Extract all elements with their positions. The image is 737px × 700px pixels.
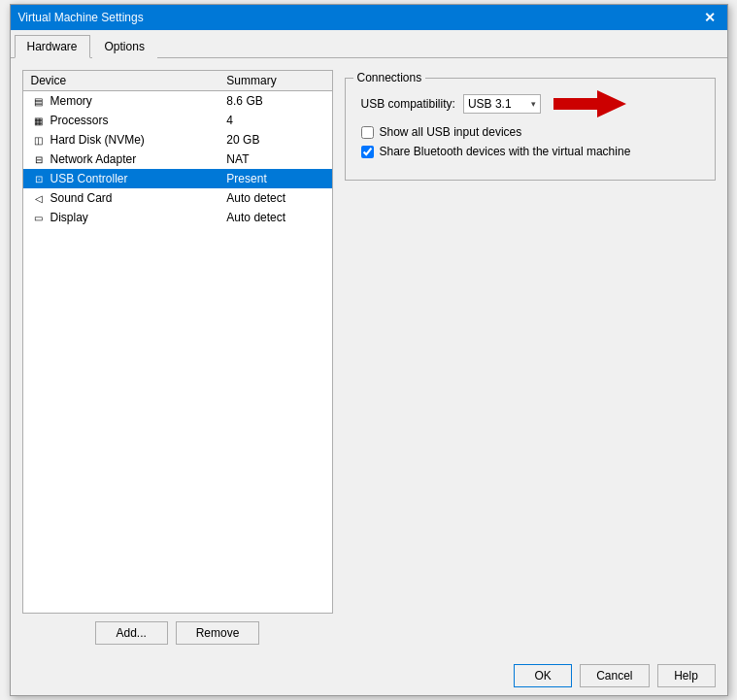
- svg-marker-1: [553, 90, 626, 117]
- window-footer: OK Cancel Help: [11, 656, 727, 695]
- device-cell: ⊟Network Adapter: [23, 150, 219, 169]
- display-icon: ▭: [31, 210, 47, 225]
- add-button[interactable]: Add...: [95, 621, 168, 645]
- window-title: Virtual Machine Settings: [18, 11, 144, 24]
- device-cell: ◁Sound Card: [23, 188, 219, 208]
- ok-button[interactable]: OK: [514, 664, 572, 687]
- dropdown-arrow-icon: ▾: [531, 99, 536, 109]
- connections-legend: Connections: [353, 71, 426, 84]
- sound-icon: ◁: [31, 190, 47, 206]
- memory-icon: ▤: [31, 93, 47, 109]
- help-button[interactable]: Help: [657, 664, 716, 687]
- table-row[interactable]: ⊡USB ControllerPresent: [23, 169, 332, 188]
- tab-bar: Hardware Options: [11, 30, 727, 58]
- close-button[interactable]: ✕: [700, 11, 720, 24]
- tab-hardware[interactable]: Hardware: [15, 35, 90, 58]
- summary-cell: NAT: [218, 150, 331, 169]
- usb-version-value: USB 3.1: [468, 97, 527, 111]
- summary-cell: 4: [218, 111, 331, 130]
- share-bluetooth-row: Share Bluetooth devices with the virtual…: [361, 145, 699, 158]
- device-cell: ▭Display: [23, 208, 219, 227]
- share-bluetooth-checkbox[interactable]: [361, 146, 374, 158]
- share-bluetooth-label[interactable]: Share Bluetooth devices with the virtual…: [380, 145, 631, 158]
- device-cell: ⊡USB Controller: [23, 169, 219, 188]
- tab-options[interactable]: Options: [92, 35, 157, 58]
- title-bar: Virtual Machine Settings ✕: [11, 5, 727, 30]
- network-icon: ⊟: [31, 151, 47, 167]
- usb-version-dropdown[interactable]: USB 3.1 ▾: [463, 94, 541, 114]
- summary-cell: Auto detect: [218, 188, 331, 208]
- summary-cell: Auto detect: [218, 208, 331, 227]
- bottom-buttons: Add... Remove: [22, 621, 333, 645]
- cancel-button[interactable]: Cancel: [580, 664, 649, 687]
- column-summary: Summary: [218, 71, 331, 91]
- virtual-machine-settings-window: Virtual Machine Settings ✕ Hardware Opti…: [10, 4, 728, 696]
- usb-compatibility-label: USB compatibility:: [361, 97, 455, 111]
- table-row[interactable]: ◫Hard Disk (NVMe)20 GB: [23, 130, 332, 150]
- remove-button[interactable]: Remove: [176, 621, 260, 645]
- show-all-usb-row: Show all USB input devices: [361, 125, 699, 139]
- summary-cell: 20 GB: [218, 130, 331, 150]
- disk-icon: ◫: [31, 132, 47, 148]
- device-cell: ◫Hard Disk (NVMe): [23, 130, 219, 150]
- table-row[interactable]: ▭DisplayAuto detect: [23, 208, 332, 227]
- device-cell: ▤Memory: [23, 91, 219, 112]
- show-all-usb-label[interactable]: Show all USB input devices: [380, 125, 522, 139]
- cpu-icon: ▦: [31, 113, 47, 128]
- device-cell: ▦Processors: [23, 111, 219, 130]
- connections-group: Connections USB compatibility: USB 3.1 ▾: [345, 78, 716, 181]
- table-row[interactable]: ⊟Network AdapterNAT: [23, 150, 332, 169]
- summary-cell: Present: [218, 169, 331, 188]
- table-row[interactable]: ▦Processors4: [23, 111, 332, 130]
- table-row[interactable]: ▤Memory8.6 GB: [23, 91, 332, 112]
- device-table[interactable]: Device Summary ▤Memory8.6 GB▦Processors4…: [22, 70, 333, 614]
- show-all-usb-checkbox[interactable]: [361, 126, 374, 139]
- main-content: Device Summary ▤Memory8.6 GB▦Processors4…: [11, 58, 727, 656]
- column-device: Device: [23, 71, 219, 91]
- right-panel: Connections USB compatibility: USB 3.1 ▾: [345, 70, 716, 645]
- left-panel: Device Summary ▤Memory8.6 GB▦Processors4…: [22, 70, 333, 645]
- usb-compatibility-row: USB compatibility: USB 3.1 ▾: [361, 90, 699, 117]
- red-arrow-annotation: [549, 90, 626, 117]
- summary-cell: 8.6 GB: [218, 91, 331, 112]
- usb-icon: ⊡: [31, 171, 47, 186]
- table-row[interactable]: ◁Sound CardAuto detect: [23, 188, 332, 208]
